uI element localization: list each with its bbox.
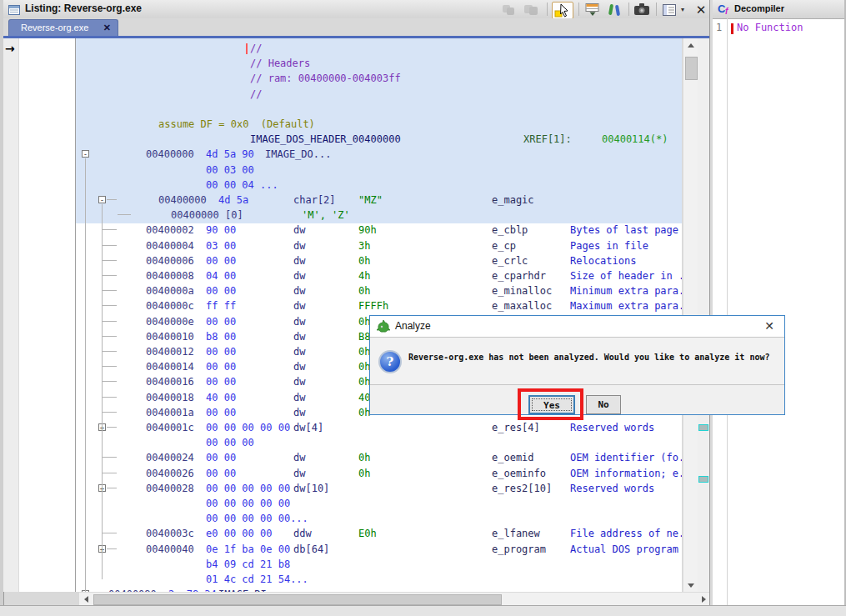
field-name[interactable]: e_maxalloc [492, 298, 552, 313]
listing-row[interactable]: 00 00 04 ... [76, 178, 682, 193]
listing-row[interactable]: 004000400e 1f ba 0e 00db[64]e_programAct… [76, 542, 682, 557]
mnemonic[interactable]: dw [293, 268, 305, 283]
eol-comment[interactable]: Maximum extra para. [570, 298, 682, 313]
horizontal-scroll-thumb[interactable] [93, 594, 502, 605]
address[interactable]: 00400000 [0] [171, 208, 243, 223]
address[interactable]: 00400008 [146, 268, 194, 283]
plate-comment[interactable]: // Headers [250, 56, 310, 71]
address[interactable]: 0040003c [146, 526, 194, 541]
field-name[interactable]: e_crlc [492, 253, 528, 268]
operand[interactable]: 0h [358, 466, 370, 481]
mnemonic[interactable]: char[2] [293, 193, 336, 208]
listing-row[interactable]: 0040000cff ffdwFFFFhe_maxallocMaximum ex… [76, 298, 682, 313]
tab-close-icon[interactable]: ✕ [103, 23, 111, 33]
bytes[interactable]: 00 00 00 00 00 [206, 481, 290, 496]
mnemonic[interactable]: db[64] [293, 542, 329, 557]
mnemonic[interactable]: dw [293, 466, 305, 481]
field-name[interactable]: e_minalloc [492, 283, 552, 298]
address[interactable]: 00400004 [146, 238, 194, 253]
mnemonic[interactable]: dw [293, 344, 305, 359]
tab-reverse-org[interactable]: Reverse-org.exe ✕ [8, 19, 118, 37]
address[interactable]: 0040001c [146, 420, 194, 435]
eol-comment[interactable]: OEM information; e. [570, 466, 682, 481]
scroll-down-icon[interactable] [683, 578, 698, 592]
mnemonic[interactable]: dw [293, 329, 305, 344]
bytes[interactable]: 03 00 [206, 238, 236, 253]
address[interactable]: 00400040 [146, 542, 194, 557]
listing-row[interactable]: 0040000600 00dw0he_crlcRelocations [76, 253, 682, 268]
eol-comment[interactable]: Size of header in . [570, 268, 682, 283]
address[interactable]: 0040000c [146, 298, 194, 313]
address[interactable]: 00400002 [146, 223, 194, 238]
field-name[interactable]: e_cparhdr [492, 268, 546, 283]
eol-comment[interactable]: Bytes of last page [570, 223, 678, 238]
plate-comment[interactable]: // ram: 00400000-004003ff [250, 71, 401, 86]
bytes-continuation[interactable]: 00 00 04 ... [206, 178, 278, 193]
eol-comment[interactable]: Minimum extra para. [570, 283, 682, 298]
bytes[interactable]: ff ff [206, 298, 236, 313]
address[interactable]: 00400012 [146, 344, 194, 359]
address[interactable]: 00400018 [146, 390, 194, 405]
bytes-continuation[interactable]: 00 03 00 [206, 163, 254, 178]
mnemonic[interactable]: dw [293, 405, 305, 420]
listing-row[interactable]: 01 4c cd 21 54... [76, 572, 682, 587]
bytes[interactable]: 00 00 [206, 283, 236, 298]
bytes[interactable]: b8 00 [206, 329, 236, 344]
operand[interactable]: 'M', 'Z' [302, 208, 350, 223]
listing-row[interactable]: 00 03 00 [76, 163, 682, 178]
scroll-left-icon[interactable] [79, 593, 93, 605]
dropdown-arrow-icon[interactable]: ▾ [678, 2, 687, 18]
no-button[interactable]: No [586, 395, 621, 414]
mnemonic[interactable]: IMAGE_DO... [265, 147, 331, 162]
field-name[interactable]: e_cp [492, 238, 516, 253]
mnemonic[interactable]: dw [293, 223, 305, 238]
operand[interactable]: 0h [358, 253, 370, 268]
label[interactable]: IMAGE_DOS_HEADER_00400000 [250, 132, 401, 147]
eol-comment[interactable]: Relocations [570, 253, 636, 268]
address[interactable]: 00400000 [158, 193, 207, 208]
listing-row[interactable]: 0040003ce0 00 00 00ddwE0he_lfanewFile ad… [76, 526, 682, 541]
listing-row[interactable]: 0040000403 00dw3he_cpPages in file [76, 238, 682, 253]
listing-row[interactable] [76, 102, 682, 117]
insert-table-icon[interactable] [583, 2, 602, 18]
listing-row[interactable]: // [76, 87, 682, 102]
mnemonic[interactable]: dw [293, 238, 305, 253]
listing-row[interactable]: // [76, 41, 682, 56]
field-name[interactable]: e_res2[10] [492, 481, 552, 496]
bytes[interactable]: 00 00 [206, 374, 236, 389]
mnemonic[interactable]: dw [293, 298, 305, 313]
dialog-titlebar[interactable]: Analyze ✕ [370, 316, 784, 338]
operand[interactable]: E0h [358, 526, 377, 541]
mnemonic[interactable]: dw [293, 359, 305, 374]
field-name[interactable]: e_res[4] [492, 420, 540, 435]
bytes[interactable]: 00 00 [206, 450, 236, 465]
operand[interactable]: 90h [358, 223, 377, 238]
operand[interactable]: "MZ" [358, 193, 383, 208]
mnemonic[interactable]: dw [293, 374, 305, 389]
bytes-continuation[interactable]: 00 00 00 00 00 [206, 496, 290, 511]
xref-header[interactable]: XREF[1]: [523, 132, 572, 147]
operand[interactable]: 4h [358, 268, 370, 283]
address[interactable]: 00400016 [146, 374, 194, 389]
bytes[interactable]: 90 00 [206, 223, 236, 238]
listing-row[interactable]: 0040000a00 00dw0he_minallocMinimum extra… [76, 283, 682, 298]
horizontal-scrollbar[interactable] [79, 592, 710, 606]
eol-comment[interactable]: Reserved words [570, 420, 654, 435]
mnemonic[interactable]: dw [293, 450, 305, 465]
dialog-close-icon[interactable]: ✕ [764, 319, 774, 333]
bytes[interactable]: 4d 5a 90 [206, 147, 254, 162]
bytes[interactable]: 0e 1f ba 0e 00 [206, 542, 290, 557]
field-name[interactable]: e_cblp [492, 223, 528, 238]
bytes-continuation[interactable]: 00 00 00 00 00... [206, 511, 308, 526]
copy-icon[interactable] [500, 2, 517, 18]
bookmark-marker[interactable] [698, 476, 708, 483]
bytes[interactable]: 40 00 [206, 390, 236, 405]
eol-comment[interactable]: Reserved words [570, 481, 654, 496]
listing-row[interactable]: // Headers [76, 56, 682, 71]
xref-address[interactable]: 00400114(*) [602, 132, 668, 147]
bytes[interactable]: 4d 5a [218, 193, 248, 208]
listing-row[interactable]: 0040000804 00dw4he_cparhdrSize of header… [76, 268, 682, 283]
plate-comment[interactable]: // [250, 41, 262, 56]
cursor-select-icon[interactable] [552, 2, 573, 19]
listing-row[interactable]: 0040002600 00dw0he_oeminfoOEM informatio… [76, 466, 682, 481]
